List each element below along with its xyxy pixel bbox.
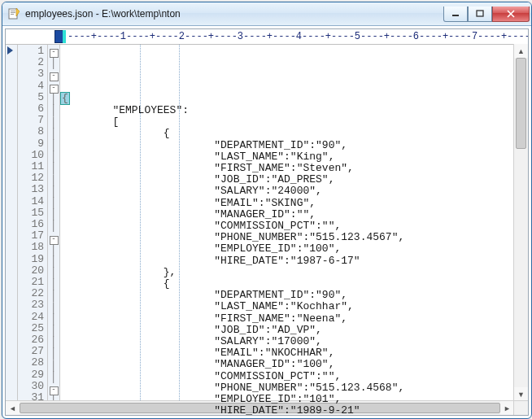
- fold-toggle-icon[interactable]: -: [50, 386, 59, 395]
- text-caret: {: [60, 92, 70, 105]
- svg-rect-5: [477, 11, 483, 16]
- svg-rect-2: [11, 12, 15, 13]
- window-title: employees.json - E:\work\temp\nton: [25, 8, 443, 20]
- fold-toggle-icon[interactable]: -: [50, 72, 59, 81]
- code-content[interactable]: { "EMPLOYEES": [ { "DEPARTMENT_ID":"90",…: [60, 45, 528, 415]
- minimize-button[interactable]: [443, 7, 468, 22]
- close-button[interactable]: [492, 7, 530, 22]
- maximize-button[interactable]: [468, 7, 492, 22]
- svg-rect-3: [11, 14, 14, 15]
- current-line-indicator-icon: [7, 46, 13, 55]
- window-controls: [443, 6, 530, 22]
- app-icon: [7, 7, 20, 20]
- svg-rect-4: [452, 15, 459, 16]
- column-ruler: ----+----1----+----2----+----3----+----4…: [6, 29, 528, 45]
- editor: ----+----1----+----2----+----3----+----4…: [5, 28, 529, 416]
- fold-gutter[interactable]: - │ - - │ │ │ │ │ │ │ │ │ │ │ │ - │ │ │ …: [48, 45, 60, 415]
- scroll-up-icon[interactable]: ▲: [514, 44, 528, 58]
- ruler-marker-icon: [55, 30, 66, 43]
- titlebar[interactable]: employees.json - E:\work\temp\nton: [2, 2, 531, 26]
- fold-toggle-icon[interactable]: -: [50, 49, 59, 58]
- code-area[interactable]: 1 2 3 4 5 6 7 8 9 10 11 12 13 14 15 16 1…: [6, 45, 528, 415]
- line-number-gutter: 1 2 3 4 5 6 7 8 9 10 11 12 13 14 15 16 1…: [18, 45, 48, 415]
- app-window: employees.json - E:\work\temp\nton ----+…: [2, 2, 532, 419]
- fold-toggle-icon[interactable]: -: [50, 236, 59, 245]
- margin-gutter: [6, 45, 18, 415]
- fold-toggle-icon[interactable]: -: [50, 85, 59, 94]
- svg-rect-1: [11, 11, 15, 11]
- scroll-left-icon[interactable]: ◄: [6, 401, 20, 415]
- ruler-scale: ----+----1----+----2----+----3----+----4…: [68, 29, 528, 44]
